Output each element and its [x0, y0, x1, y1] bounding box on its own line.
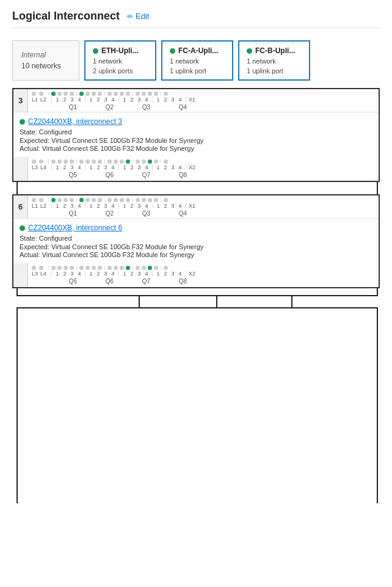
port-q7-2-bot	[114, 159, 118, 164]
module-6-state: State: Configured	[20, 235, 372, 242]
m6-port-q2-4-top	[98, 198, 102, 202]
port-x2-bot	[164, 159, 168, 164]
q4-label-6: Q4	[164, 210, 199, 217]
m6-port-q2-2-top	[85, 198, 90, 202]
edit-label: Edit	[136, 12, 149, 21]
module-3-info: CZ204400XB, interconnect 3 State: Config…	[13, 112, 379, 157]
page-header: Logical Interconnect ✏ Edit	[12, 10, 380, 28]
port-q6-1-bot	[79, 159, 84, 164]
q7-label-6: Q7	[127, 278, 162, 285]
port-q3-3-top	[120, 92, 124, 96]
port-q2-1-top	[79, 92, 84, 96]
fcb-status-dot	[247, 48, 252, 54]
port-q7-1-bot	[107, 159, 112, 164]
module-3-container: 3	[12, 88, 380, 182]
m6-port-q1-4-top	[70, 198, 74, 202]
fca-uplink-title: FC-A-Upli...	[170, 46, 225, 55]
m6-port-q3-1-top	[107, 198, 112, 202]
fca-status-dot	[170, 48, 175, 54]
module-6-container: 6	[12, 194, 380, 288]
port-q3-2-top	[114, 92, 118, 96]
port-q1-1-top	[51, 92, 56, 96]
module-6-name-link[interactable]: CZ204400XB, interconnect 6	[28, 224, 122, 232]
m6-port-l4-bot	[39, 266, 43, 270]
q6-label-6: Q6	[90, 278, 126, 285]
port-q7-3-bot	[120, 159, 124, 164]
fcb-uplink-title: FC-B-Upli...	[247, 46, 302, 55]
port-q8-1-bot	[136, 159, 140, 164]
port-q2-4-top	[98, 92, 102, 96]
port-q5-4-bot	[70, 159, 74, 164]
m6-port-q7-4-bot	[126, 266, 130, 270]
port-q4-2-top	[142, 92, 146, 96]
port-q8-4-bot	[154, 159, 158, 164]
port-q4-1-top	[136, 92, 140, 96]
q7-label-3: Q7	[127, 172, 162, 178]
m6-port-q4-3-top	[148, 198, 152, 202]
m6-port-l2-top	[39, 198, 43, 202]
eth-uplink-box: ETH-Upli... 1 network 2 uplink ports	[84, 40, 156, 81]
port-q8-2-bot	[142, 159, 146, 164]
m6-port-q2-1-top	[79, 198, 84, 202]
m6-port-l1-top	[32, 198, 36, 202]
fcb-uplink-network: 1 network	[247, 57, 302, 65]
fcb-uplink-box: FC-B-Upli... 1 network 1 uplink port	[238, 40, 310, 81]
interconnect-module-3: 3	[12, 88, 380, 182]
port-q4-4-top	[154, 92, 158, 96]
port-q2-3-top	[92, 92, 96, 96]
q8-label-3: Q8	[164, 172, 199, 178]
module-3-number: 3	[13, 89, 28, 112]
port-q1-2-top	[57, 92, 62, 96]
m6-port-q4-1-top	[136, 198, 140, 202]
port-l1-top	[32, 92, 36, 96]
q1-label-6: Q1	[54, 210, 89, 217]
eth-uplink-ports: 2 uplink ports	[93, 67, 148, 75]
port-q2-2-top	[85, 92, 90, 96]
module-6-info: CZ204400XB, interconnect 6 State: Config…	[13, 218, 379, 263]
port-l3-bot	[32, 159, 36, 164]
m6-port-q2-3-top	[92, 198, 96, 202]
eth-uplink-network: 1 network	[93, 57, 148, 65]
port-q8-3-bot	[148, 159, 152, 164]
port-q1-3-top	[64, 92, 68, 96]
port-q7-4-bot	[126, 159, 130, 164]
m6-port-l3-bot	[32, 266, 36, 270]
q6-label-3: Q6	[90, 172, 126, 178]
port-q3-4-top	[126, 92, 130, 96]
port-q6-2-bot	[85, 159, 90, 164]
q8-label-6: Q8	[164, 278, 199, 285]
q5-label-3: Q5	[54, 172, 89, 178]
svg-rect-1	[17, 308, 377, 503]
port-q1-4-top	[70, 92, 74, 96]
m6-port-q1-1-top	[51, 198, 56, 202]
m6-port-x1-top	[164, 198, 168, 202]
internal-group-box: Internal 10 networks	[12, 40, 79, 81]
m6-port-q1-3-top	[64, 198, 68, 202]
m6-port-q4-4-top	[154, 198, 158, 202]
eth-status-dot	[93, 48, 98, 54]
port-q5-2-bot	[57, 159, 62, 164]
module-6-actual: Actual: Virtual Connect SE 100Gb F32 Mod…	[20, 251, 372, 258]
edit-icon: ✏	[127, 12, 133, 21]
fca-uplink-network: 1 network	[170, 57, 225, 65]
port-x1-top	[164, 92, 168, 96]
module-6-status-dot	[20, 225, 25, 231]
q1-label-3: Q1	[54, 104, 89, 111]
m6-port-q1-2-top	[57, 198, 62, 202]
port-l2-top	[39, 92, 43, 96]
interconnect-module-6: 6	[12, 194, 380, 288]
module-6-number: 6	[13, 195, 28, 218]
edit-link[interactable]: ✏ Edit	[127, 12, 149, 21]
q3-label-3: Q3	[127, 104, 162, 111]
m6-port-q3-3-top	[120, 198, 124, 202]
port-q3-1-top	[107, 92, 112, 96]
port-q6-3-bot	[92, 159, 96, 164]
module-6-expected: Expected: Virtual Connect SE 100Gb F32 M…	[20, 243, 372, 250]
diagram-area: 3	[12, 88, 380, 288]
module-3-actual: Actual: Virtual Connect SE 100Gb F32 Mod…	[20, 145, 372, 152]
q3-label-6: Q3	[127, 210, 162, 217]
module-3-name-link[interactable]: CZ204400XB, interconnect 3	[28, 117, 122, 126]
fca-uplink-ports: 1 uplink port	[170, 67, 225, 75]
fca-uplink-box: FC-A-Upli... 1 network 1 uplink port	[161, 40, 233, 81]
internal-label: Internal	[21, 51, 70, 59]
